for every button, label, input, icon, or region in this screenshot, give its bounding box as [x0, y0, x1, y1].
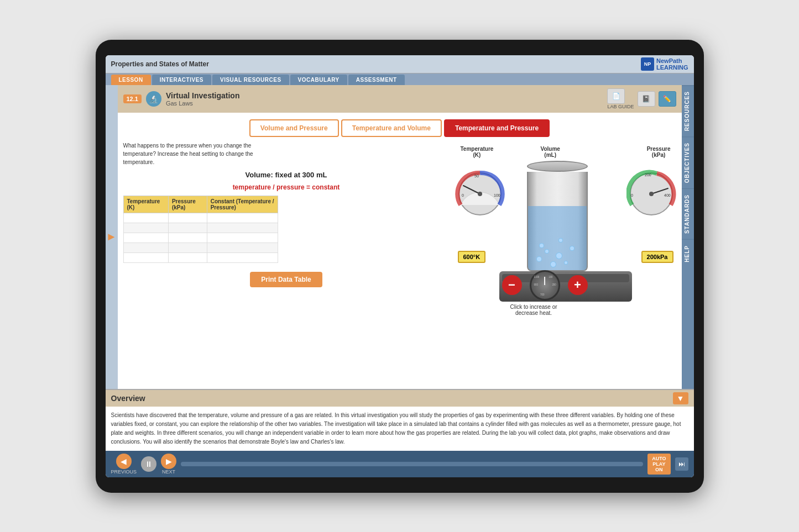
tab-lesson[interactable]: LESSON: [111, 75, 151, 85]
heat-controls: − 1100 100 200 900 700: [502, 270, 588, 301]
chevron-left-icon: ►: [106, 230, 117, 243]
pressure-gauge: 0 400 200: [626, 166, 676, 216]
lab-guide-btn[interactable]: 📄: [607, 88, 625, 104]
overview-toggle-button[interactable]: ▼: [673, 392, 688, 404]
nav-tabs: LESSON INTERACTIVES VISUAL RESOURCES VOC…: [106, 73, 694, 85]
previous-section: ◀ PREVIOUS: [111, 454, 137, 475]
svg-text:100: 100: [549, 275, 553, 278]
print-data-table-button[interactable]: Print Data Table: [250, 272, 322, 287]
center-content: 12.1 🔬 Virtual Investigation Gas Laws 📄 …: [118, 85, 682, 389]
increase-heat-button[interactable]: +: [568, 275, 588, 295]
data-table: Temperature (K) Pressure (kPa) Constant …: [123, 196, 278, 263]
previous-label: PREVIOUS: [111, 469, 137, 475]
tab-temperature-volume[interactable]: Temperature and Volume: [341, 119, 442, 137]
svg-text:1100: 1100: [534, 275, 539, 278]
skip-button[interactable]: ⏭: [675, 457, 688, 471]
overview-text: Scientists have discovered that the temp…: [106, 407, 694, 451]
notebook-btn[interactable]: 📓: [638, 91, 655, 107]
vi-subtitle: Gas Laws: [166, 100, 240, 107]
logo-icon: NP: [641, 57, 654, 71]
lab-guide-label: LAB GUIDE: [607, 104, 634, 109]
autoplay-button[interactable]: AUTOPLAYON: [647, 454, 670, 475]
svg-text:200: 200: [645, 173, 651, 177]
vi-header-left: 12.1 🔬 Virtual Investigation Gas Laws: [123, 91, 240, 107]
pressure-axis-label: Pressure(kPa): [647, 146, 671, 158]
svg-point-8: [649, 192, 654, 196]
next-section: ▶ NEXT: [161, 454, 176, 475]
pressure-display: 200kPa: [641, 251, 673, 263]
tab-interactives[interactable]: INTERACTIVES: [152, 75, 211, 85]
table-row: [123, 233, 278, 243]
decrease-heat-button[interactable]: −: [502, 275, 522, 295]
svg-text:900: 900: [534, 283, 538, 286]
bottom-bar: ◀ PREVIOUS ⏸ ▶ NEXT AUTOPLAYON ⏭: [106, 451, 694, 477]
sidebar-tab-resources[interactable]: RESOURCES: [682, 85, 694, 136]
vi-title: Virtual Investigation: [166, 91, 240, 100]
col-constant: Constant (Temperature / Pressure): [207, 196, 278, 213]
next-button[interactable]: ▶: [161, 454, 176, 469]
sidebar-tab-help[interactable]: HELP: [682, 239, 694, 268]
thermometer-gauge: 0 100 50: [455, 166, 505, 216]
progress-bar: [181, 462, 643, 466]
svg-text:100: 100: [494, 193, 500, 197]
previous-button[interactable]: ◀: [116, 454, 132, 469]
tab-assessment[interactable]: ASSESSMENT: [348, 75, 405, 85]
svg-text:700: 700: [540, 293, 545, 296]
inv-tabs: Volume and Pressure Temperature and Volu…: [118, 113, 682, 141]
logo-text: NewPathLEARNING: [656, 57, 688, 71]
col-pressure: Pressure (kPa): [168, 196, 207, 213]
tab-temperature-pressure[interactable]: Temperature and Pressure: [444, 119, 550, 137]
table-row: [123, 252, 278, 262]
top-bar: Properties and States of Matter NP NewPa…: [106, 55, 694, 73]
col-temperature: Temperature (K): [123, 196, 168, 213]
inv-left-panel: What happens to the pressure when you ch…: [123, 141, 450, 383]
svg-text:50: 50: [474, 174, 479, 178]
heat-dial[interactable]: 1100 100 200 900 700: [530, 270, 560, 301]
svg-point-2: [478, 192, 482, 196]
vi-tools: 📄 LAB GUIDE 📓 ✏️: [607, 88, 676, 109]
lab-visual: Volume(mL) Temperature(K) Pressure(kPa): [455, 141, 676, 318]
inv-right-panel: Volume(mL) Temperature(K) Pressure(kPa): [455, 141, 676, 383]
pencil-btn[interactable]: ✏️: [659, 91, 676, 107]
vi-icon: 🔬: [146, 91, 161, 107]
sidebar-tab-standards[interactable]: STANDARDS: [682, 188, 694, 239]
right-sidebar: RESOURCES OBJECTIVES STANDARDS HELP: [682, 85, 694, 389]
overview-header: Overview ▼: [106, 390, 694, 407]
sidebar-tab-objectives[interactable]: OBJECTIVES: [682, 136, 694, 188]
screen: Properties and States of Matter NP NewPa…: [106, 55, 694, 477]
svg-text:0: 0: [462, 193, 464, 197]
svg-text:200: 200: [552, 283, 556, 286]
dial-svg: 1100 100 200 900 700: [531, 270, 558, 301]
main-content: ► 12.1 🔬 Virtual Investigation Gas Laws: [106, 85, 694, 389]
inv-formula: temperature / pressure = constant: [123, 183, 450, 191]
left-nav-arrow[interactable]: ►: [106, 85, 118, 389]
pause-button[interactable]: ⏸: [141, 456, 156, 472]
inv-body: What happens to the pressure when you ch…: [118, 141, 682, 389]
svg-text:0: 0: [631, 193, 633, 197]
inv-description: What happens to the pressure when you ch…: [123, 141, 256, 166]
overview-section: Overview ▼ Scientists have discovered th…: [106, 389, 694, 451]
volume-axis-label: Volume(mL): [541, 146, 560, 158]
newpath-logo: NP NewPathLEARNING: [641, 57, 688, 71]
table-row: [123, 223, 278, 233]
next-label: NEXT: [162, 469, 175, 475]
tab-visual-resources[interactable]: VISUAL RESOURCES: [212, 75, 289, 85]
inv-volume: Volume: fixed at 300 mL: [123, 171, 450, 179]
cylinder: [527, 161, 588, 271]
temperature-display: 600°K: [458, 251, 486, 263]
click-instruction: Click to increase ordecrease heat.: [510, 304, 557, 316]
temperature-axis-label: Temperature(K): [461, 146, 494, 158]
table-row: [123, 243, 278, 252]
overview-title: Overview: [111, 394, 145, 403]
vi-title-block: Virtual Investigation Gas Laws: [166, 91, 240, 107]
tablet-frame: Properties and States of Matter NP NewPa…: [96, 40, 704, 493]
svg-text:400: 400: [664, 193, 671, 197]
tab-volume-pressure[interactable]: Volume and Pressure: [249, 119, 339, 137]
page-title: Properties and States of Matter: [111, 60, 209, 68]
table-row: [123, 213, 278, 223]
tab-vocabulary[interactable]: VOCABULARY: [290, 75, 347, 85]
vi-header: 12.1 🔬 Virtual Investigation Gas Laws 📄 …: [118, 85, 682, 113]
vi-badge: 12.1: [123, 94, 142, 103]
